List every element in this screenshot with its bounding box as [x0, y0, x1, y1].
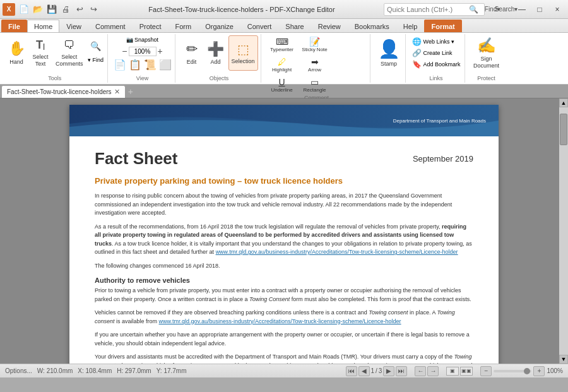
edit-btn[interactable]: ✏ Edit — [180, 35, 203, 71]
stamp-label: Stamp — [381, 61, 397, 68]
title-row: Fact Sheet September 2019 — [95, 149, 473, 171]
highlight-btn[interactable]: 🖊 Highlight — [266, 56, 298, 73]
arrow-btn[interactable]: ➡ Arrow — [299, 56, 331, 73]
page-current: 1 — [371, 367, 375, 374]
snapshot-btn[interactable]: 📷 Snapshot — [124, 35, 160, 44]
active-doc-tab[interactable]: Fact-Sheet-Tow-truck-licence-holders ✕ — [1, 85, 126, 98]
zoom-controls: − + 100% — [480, 366, 563, 376]
zoom-out-btn[interactable]: − — [480, 366, 492, 376]
create-link-btn[interactable]: 🔗 Create Link — [411, 48, 462, 58]
stamp-icon: 👤 — [378, 39, 400, 59]
typewriter-btn[interactable]: ⌨ Typewriter — [266, 35, 298, 53]
select-text-btn[interactable]: T| SelectText — [29, 35, 52, 71]
underline-btn[interactable]: U Underline — [266, 76, 298, 93]
scroll-up-btn[interactable]: ▲ — [559, 98, 568, 107]
qa-new[interactable]: 📄 — [18, 3, 30, 16]
qa-save[interactable]: 💾 — [45, 3, 58, 16]
links-buttons: 🌐 Web Links ▾ 🔗 Create Link 🔖 Add Bookma… — [411, 35, 462, 69]
tab-view[interactable]: View — [59, 20, 88, 32]
next-page-btn[interactable]: ▶ — [383, 366, 394, 376]
tab-bookmarks[interactable]: Bookmarks — [348, 20, 396, 32]
fit-btn[interactable]: ⬜ — [158, 58, 172, 71]
zoom-increase-btn[interactable]: + — [158, 46, 163, 56]
view-label: View — [136, 74, 148, 81]
protect-label: Protect — [477, 74, 495, 81]
tab-convert[interactable]: Convert — [240, 20, 279, 32]
search-bar[interactable]: 🔍 — [384, 3, 485, 16]
select-comments-btn[interactable]: 🗨 SelectComments — [53, 35, 86, 71]
page-view-row: 📄 📋 📜 ⬜ — [113, 58, 172, 71]
scroll-thumb[interactable] — [560, 114, 567, 145]
tmr-link-2[interactable]: www.tmr.qld.gov.au/business-industry/Acc… — [159, 318, 401, 324]
qa-print[interactable]: 🖨 — [59, 3, 72, 16]
underline-icon: U — [278, 77, 285, 87]
hand-label: Hand — [9, 59, 23, 66]
scroll-btn[interactable]: 📜 — [143, 58, 157, 71]
qa-open[interactable]: 📂 — [32, 3, 44, 16]
tab-format[interactable]: Format — [424, 20, 461, 32]
tab-share[interactable]: Share — [278, 20, 311, 32]
search-btn[interactable]: Search▾ — [500, 3, 512, 16]
two-page-btn[interactable]: 📋 — [128, 58, 142, 71]
doc-tab-filename: Fact-Sheet-Tow-truck-licence-holders — [7, 88, 112, 95]
qa-redo[interactable]: ↪ — [87, 3, 100, 16]
tmr-link-1[interactable]: www.tmr.qld.gov.au/business-industry/Acc… — [216, 249, 458, 255]
zoom-slider[interactable] — [494, 370, 531, 372]
prev-page-btn[interactable]: ◀ — [358, 366, 370, 376]
vertical-scrollbar[interactable]: ▲ ▼ — [559, 98, 568, 364]
first-page-btn[interactable]: ⏮ — [346, 366, 357, 376]
page-sep: / — [376, 367, 377, 374]
stamp-btn[interactable]: 👤 Stamp — [376, 35, 403, 71]
title-bar: X 📄 📂 💾 🖨 ↩ ↪ Fact-Sheet-Tow-truck-licen… — [0, 0, 568, 19]
maximize-button[interactable]: □ — [531, 3, 548, 16]
comment-row2: 🖊 Highlight ➡ Arrow — [266, 56, 331, 73]
close-button[interactable]: × — [549, 3, 565, 16]
zoom-thumb[interactable] — [524, 368, 530, 374]
new-tab-btn[interactable]: + — [126, 85, 136, 98]
find-label: ▾ Find — [87, 57, 105, 64]
ribbon: ✋ Hand T| SelectText 🗨 SelectComments 🔍 … — [0, 33, 568, 85]
page-header: Department of Transport and Main Roads — [69, 105, 499, 136]
tab-home[interactable]: Home — [27, 20, 59, 32]
selection-btn[interactable]: ⬚ Selection — [228, 35, 258, 71]
dual-page-icon[interactable]: ▣▣ — [460, 367, 473, 376]
qa-undo[interactable]: ↩ — [73, 3, 86, 16]
minimize-button[interactable]: — — [514, 3, 530, 16]
dept-name: Department of Transport and Main Roads — [393, 118, 486, 124]
sticky-note-btn[interactable]: 📝 Sticky Note — [299, 35, 331, 53]
scroll-down-btn[interactable]: ▼ — [559, 355, 568, 364]
zoom-decrease-btn[interactable]: − — [122, 46, 127, 56]
last-page-btn[interactable]: ⏭ — [396, 366, 407, 376]
rectangle-btn[interactable]: ▭ Rectangle — [299, 76, 331, 93]
search-icon: 🔍 — [469, 5, 478, 14]
tab-protect[interactable]: Protect — [133, 20, 169, 32]
page-view-icons: ▣ ▣▣ — [446, 367, 473, 376]
tab-organize[interactable]: Organize — [198, 20, 240, 32]
tab-close-btn[interactable]: ✕ — [114, 88, 120, 96]
add-bookmark-btn[interactable]: 🔖 Add Bookmark — [411, 59, 462, 69]
web-links-btn[interactable]: 🌐 Web Links ▾ — [411, 37, 462, 47]
find-btn-ribbon[interactable]: 🔍 — [87, 38, 105, 54]
forward-btn[interactable]: → — [427, 366, 439, 376]
add-btn[interactable]: ➕ Add — [204, 35, 227, 71]
tab-help[interactable]: Help — [396, 20, 425, 32]
tab-form[interactable]: Form — [169, 20, 199, 32]
document-scroll-area[interactable]: Department of Transport and Main Roads F… — [0, 98, 568, 364]
scroll-track[interactable] — [559, 107, 568, 355]
selection-label: Selection — [232, 58, 255, 65]
para-2: As a result of the recommendations, from… — [95, 223, 473, 257]
search-input[interactable] — [387, 6, 469, 13]
single-page-icon[interactable]: ▣ — [446, 367, 459, 376]
options-btn[interactable]: Options... — [5, 367, 32, 374]
sign-doc-btn[interactable]: ✍ SignDocument — [471, 35, 502, 71]
zoom-input[interactable]: 100% — [129, 47, 157, 56]
tab-review[interactable]: Review — [311, 20, 348, 32]
para-5: Vehicles cannot be removed if they are o… — [95, 309, 473, 326]
tab-file[interactable]: File — [1, 20, 27, 32]
back-btn[interactable]: ← — [415, 366, 426, 376]
zoom-in-btn[interactable]: + — [533, 366, 545, 376]
hand-tool-btn[interactable]: ✋ Hand — [5, 35, 28, 71]
page-view-btn[interactable]: 📄 — [113, 58, 127, 71]
add-bookmark-icon: 🔖 — [412, 60, 422, 69]
tab-comment[interactable]: Comment — [88, 20, 133, 32]
